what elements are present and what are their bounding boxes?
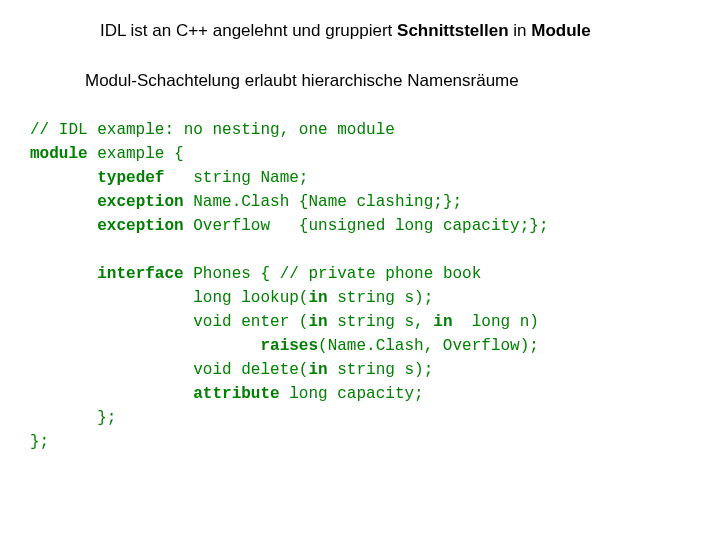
kw-module: module [30, 145, 88, 163]
code-pad [30, 193, 97, 211]
code-line-1: // IDL example: no nesting, one module [30, 121, 395, 139]
code-pad [30, 337, 260, 355]
kw-in: in [308, 313, 327, 331]
code-pad [30, 217, 97, 235]
code-text: Overflow {unsigned long capacity;}; [184, 217, 549, 235]
code-text: long capacity; [280, 385, 424, 403]
code-text: example { [88, 145, 184, 163]
kw-in: in [433, 313, 452, 331]
kw-attribute: attribute [193, 385, 279, 403]
heading-bold-1: Schnittstellen [397, 21, 508, 40]
code-line-close: }; [30, 409, 116, 427]
heading-text-1: IDL ist an C++ angelehnt und gruppiert [100, 21, 397, 40]
kw-exception: exception [97, 217, 183, 235]
code-text: Name.Clash {Name clashing;}; [184, 193, 462, 211]
kw-interface: interface [97, 265, 183, 283]
subheading: Modul-Schachtelung erlaubt hierarchische… [85, 70, 690, 92]
kw-raises: raises [260, 337, 318, 355]
code-line-end: }; [30, 433, 49, 451]
heading-bold-2: Module [531, 21, 591, 40]
code-block: // IDL example: no nesting, one module m… [30, 118, 690, 454]
code-text: void enter ( [30, 313, 308, 331]
code-text: (Name.Clash, Overflow); [318, 337, 539, 355]
kw-exception: exception [97, 193, 183, 211]
kw-in: in [308, 289, 327, 307]
code-text: void delete( [30, 361, 308, 379]
code-text: long n) [452, 313, 538, 331]
code-text: string Name; [164, 169, 308, 187]
kw-typedef: typedef [97, 169, 164, 187]
kw-in: in [308, 361, 327, 379]
code-text: long lookup( [30, 289, 308, 307]
code-text: string s, [328, 313, 434, 331]
heading-line-1: IDL ist an C++ angelehnt und gruppiert S… [100, 20, 690, 42]
code-text: Phones { // private phone book [184, 265, 482, 283]
code-text: string s); [328, 289, 434, 307]
code-pad [30, 385, 193, 403]
heading-text-2: in [509, 21, 532, 40]
code-text: string s); [328, 361, 434, 379]
code-pad [30, 169, 97, 187]
code-pad [30, 265, 97, 283]
